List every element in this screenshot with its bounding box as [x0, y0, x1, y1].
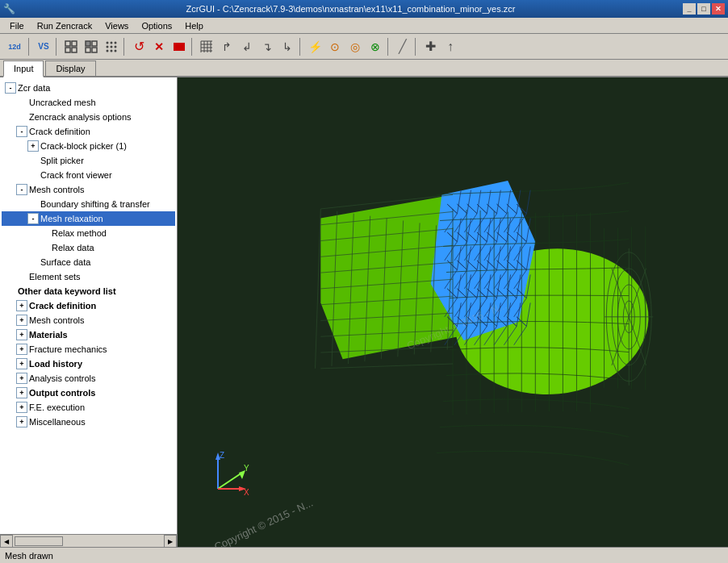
- tree-item-crack-definition-2[interactable]: +Crack definition: [2, 298, 175, 313]
- tree-label-crack-front-viewer: Crack front viewer: [40, 170, 112, 180]
- scroll-track[interactable]: [13, 535, 164, 547]
- expander-mesh-controls[interactable]: -: [16, 184, 27, 195]
- tree-scrollbar[interactable]: ◀ ▶: [0, 534, 178, 547]
- minimize-button[interactable]: _: [683, 3, 696, 15]
- tree-label-miscellaneous: Miscellaneous: [29, 417, 86, 427]
- tree-item-crack-block-picker[interactable]: +Crack-block picker (1): [2, 139, 175, 153]
- tree-item-split-picker[interactable]: Split picker: [2, 153, 175, 168]
- tree-label-analysis-controls: Analysis controls: [29, 373, 96, 383]
- scroll-left-btn[interactable]: ◀: [0, 535, 13, 548]
- main-layout: -Zcr dataUncracked meshZencrack analysis…: [0, 77, 728, 547]
- expander-miscellaneous[interactable]: +: [16, 416, 27, 427]
- btn-rotate[interactable]: ↺: [129, 37, 149, 56]
- tree-label-crack-definition-1: Crack definition: [29, 127, 90, 136]
- tree-item-other-data[interactable]: Other data keyword list: [2, 284, 175, 298]
- svg-point-16: [115, 49, 117, 52]
- btn-dots[interactable]: [102, 37, 121, 56]
- expander-crack-definition-1[interactable]: -: [16, 126, 27, 137]
- menu-options[interactable]: Options: [135, 19, 178, 32]
- menu-help[interactable]: Help: [178, 19, 210, 32]
- btn-arr1[interactable]: ↱: [217, 37, 236, 56]
- menu-views[interactable]: Views: [98, 19, 135, 32]
- tab-display[interactable]: Display: [45, 60, 95, 76]
- expander-fracture-mechanics[interactable]: +: [16, 344, 27, 355]
- tree-item-relax-method[interactable]: Relax method: [2, 226, 175, 240]
- expander-zcr-data[interactable]: -: [5, 82, 16, 94]
- tree-item-mesh-controls-2[interactable]: +Mesh controls: [2, 313, 175, 327]
- btn-grid2[interactable]: [82, 37, 101, 56]
- btn-circ1[interactable]: ⊙: [325, 37, 345, 56]
- menu-run-zencrack[interactable]: Run Zencrack: [31, 19, 98, 32]
- tree-label-output-controls: Output controls: [29, 388, 96, 398]
- tree-item-crack-definition-1[interactable]: -Crack definition: [2, 124, 175, 139]
- tree-item-materials[interactable]: +Materials: [2, 327, 175, 342]
- expander-mesh-relaxation[interactable]: -: [27, 213, 39, 224]
- svg-point-11: [107, 45, 109, 48]
- btn-arr-up[interactable]: ↑: [441, 37, 460, 56]
- viewport[interactable]: Copyright © 2015 - N... Z Y X: [178, 77, 728, 547]
- tree-item-fe-execution[interactable]: +F.E. execution: [2, 400, 175, 415]
- expander-crack-definition-2[interactable]: +: [16, 300, 27, 311]
- tab-input[interactable]: Input: [3, 60, 44, 77]
- svg-point-13: [115, 45, 117, 48]
- btn-cross2[interactable]: ✚: [420, 37, 440, 56]
- btn-cross-red[interactable]: ✕: [149, 37, 169, 56]
- maximize-button[interactable]: □: [697, 3, 710, 15]
- btn-circ2[interactable]: ◎: [345, 37, 365, 56]
- btn-arr2[interactable]: ↲: [237, 37, 257, 56]
- tree-label-uncracked-mesh: Uncracked mesh: [29, 98, 96, 107]
- tree-item-mesh-relaxation[interactable]: -Mesh relaxation: [2, 211, 175, 226]
- tree-item-zencrack-options[interactable]: Zencrack analysis options: [2, 110, 175, 124]
- btn-grid1[interactable]: [61, 37, 81, 56]
- tree-label-mesh-controls: Mesh controls: [29, 185, 84, 194]
- viewport-canvas: [178, 77, 728, 547]
- app-icon: 🔧: [3, 3, 15, 15]
- tree-item-element-sets[interactable]: Element sets: [2, 269, 175, 284]
- tree-label-other-data: Other data keyword list: [18, 286, 116, 296]
- titlebar-title: ZcrGUI - C:\Zencrack\7.9-3\demos\nxnastr…: [183, 4, 516, 14]
- tree-item-load-history[interactable]: +Load history: [2, 357, 175, 371]
- expander-analysis-controls[interactable]: +: [16, 373, 27, 384]
- toolbar-sep-4: [191, 38, 195, 56]
- tree-item-crack-front-viewer[interactable]: Crack front viewer: [2, 168, 175, 182]
- btn-circ3[interactable]: ⊗: [366, 37, 385, 56]
- titlebar: 🔧 ZcrGUI - C:\Zencrack\7.9-3\demos\nxnas…: [0, 0, 728, 18]
- tree-panel: -Zcr dataUncracked meshZencrack analysis…: [0, 77, 178, 547]
- tree-label-relax-method: Relax method: [52, 228, 107, 238]
- btn-12d[interactable]: 12d: [3, 37, 26, 56]
- menu-file[interactable]: File: [3, 19, 31, 32]
- tree-item-miscellaneous[interactable]: +Miscellaneous: [2, 415, 175, 429]
- tree-item-uncracked-mesh[interactable]: Uncracked mesh: [2, 95, 175, 110]
- toolbar-sep-6: [387, 38, 391, 56]
- btn-arr3[interactable]: ↴: [257, 37, 277, 56]
- btn-grid3[interactable]: [197, 37, 216, 56]
- tree-item-surface-data[interactable]: Surface data: [2, 255, 175, 269]
- btn-flash[interactable]: ⚡: [305, 37, 324, 56]
- expander-load-history[interactable]: +: [16, 358, 27, 369]
- tree-item-zcr-data[interactable]: -Zcr data: [2, 81, 175, 95]
- btn-arr4[interactable]: ↳: [278, 37, 297, 56]
- scroll-right-btn[interactable]: ▶: [164, 535, 177, 548]
- tree-label-surface-data: Surface data: [40, 257, 90, 267]
- svg-rect-17: [174, 43, 185, 51]
- tree-item-analysis-controls[interactable]: +Analysis controls: [2, 371, 175, 386]
- tree-item-output-controls[interactable]: +Output controls: [2, 386, 175, 400]
- tree-label-fe-execution: F.E. execution: [29, 402, 85, 412]
- expander-mesh-controls-2[interactable]: +: [16, 315, 27, 326]
- status-text: Mesh drawn: [5, 551, 53, 561]
- btn-stop[interactable]: [169, 37, 189, 56]
- btn-line[interactable]: ╱: [393, 37, 412, 56]
- expander-fe-execution[interactable]: +: [16, 402, 27, 413]
- btn-vs[interactable]: VS: [34, 37, 53, 56]
- svg-point-15: [111, 49, 113, 52]
- tree-item-mesh-controls[interactable]: -Mesh controls: [2, 182, 175, 197]
- expander-materials[interactable]: +: [16, 329, 27, 340]
- expander-output-controls[interactable]: +: [16, 387, 27, 398]
- scroll-thumb[interactable]: [15, 536, 63, 546]
- tree-item-relax-data[interactable]: Relax data: [2, 240, 175, 255]
- expander-crack-block-picker[interactable]: +: [27, 140, 39, 152]
- tree-root: -Zcr dataUncracked meshZencrack analysis…: [0, 77, 177, 432]
- tree-item-fracture-mechanics[interactable]: +Fracture mechanics: [2, 342, 175, 357]
- close-button[interactable]: ✕: [712, 3, 725, 15]
- tree-item-boundary-shifting[interactable]: Boundary shifting & transfer: [2, 197, 175, 211]
